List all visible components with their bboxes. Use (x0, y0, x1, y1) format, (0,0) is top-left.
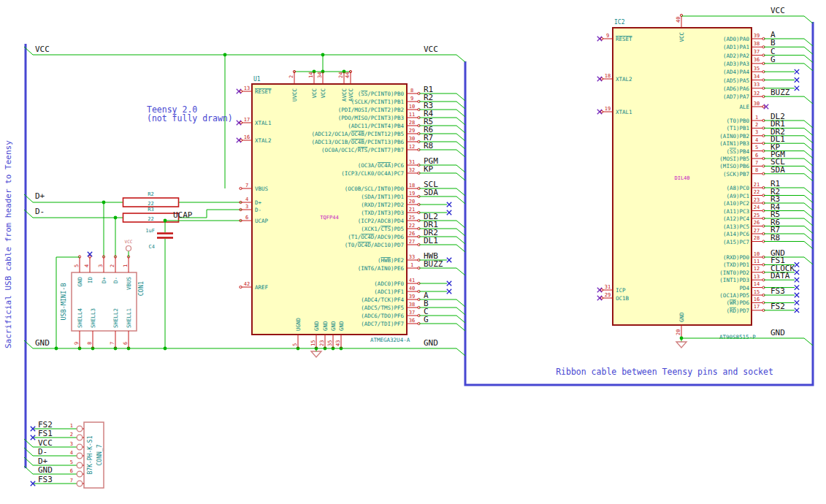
usb-connector-con1[interactable]: USB-MINI-BCON15GND4ID3D+2D-1VBUSVCC9SHEL… (56, 239, 145, 348)
bus-entry[interactable] (804, 338, 813, 345)
net-label[interactable]: BUZZ (770, 88, 790, 97)
net-label[interactable]: GND (770, 328, 785, 337)
resistor-r2[interactable]: R222 (123, 191, 179, 207)
net-label[interactable]: D- (38, 447, 47, 457)
value[interactable]: B7K-PH-K-S1 (87, 435, 93, 474)
net-label[interactable]: FS1 (38, 429, 53, 438)
net-label[interactable]: GND (424, 338, 438, 348)
value[interactable]: AT90S8515-P (719, 334, 756, 340)
net-label[interactable]: UCAP (173, 210, 193, 220)
value[interactable]: ATMEGA32U4-A (370, 337, 410, 343)
bus-entry[interactable] (456, 229, 465, 236)
pin-number: 31 (409, 159, 415, 165)
bus-entry[interactable] (456, 134, 465, 141)
bus-entry[interactable] (456, 93, 465, 101)
net-label[interactable]: VCC (35, 45, 50, 54)
bus-entry[interactable] (456, 316, 465, 323)
bus-entry[interactable] (804, 159, 813, 166)
bus-entry[interactable] (456, 102, 465, 109)
bus-entry[interactable] (804, 174, 813, 181)
pin-name: (A8)PC0 (726, 185, 749, 191)
ic-u1[interactable]: U1ATMEGA32U4-ATQFP4413RESET17XTAL116XTAL… (237, 70, 465, 348)
bus-entry[interactable] (456, 55, 465, 62)
bus-entry[interactable] (804, 211, 813, 218)
bus-entry[interactable] (456, 150, 465, 157)
gnd-net-right[interactable]: GND (676, 328, 813, 348)
bus-entry[interactable] (456, 237, 465, 244)
bus-entry[interactable] (804, 242, 813, 249)
bus-entry[interactable] (804, 151, 813, 159)
bus-entry[interactable] (24, 466, 33, 474)
ref-des[interactable]: CONN_7 (96, 444, 103, 465)
bus-entry[interactable] (804, 196, 813, 203)
ref-des[interactable]: IC2 (614, 19, 625, 26)
bus-entry[interactable] (456, 126, 465, 133)
net-label[interactable]: G (770, 55, 776, 64)
bus-entry[interactable] (456, 348, 465, 356)
bus-entry[interactable] (804, 257, 813, 264)
bus-entry[interactable] (456, 110, 465, 117)
pin-number: 35 (754, 66, 760, 72)
bus-entry[interactable] (456, 196, 465, 204)
ref-des[interactable]: CON1 (137, 281, 145, 296)
bus-entry[interactable] (804, 234, 813, 241)
net-label[interactable]: FS3 (38, 475, 53, 484)
net-label[interactable]: DATA (770, 271, 790, 280)
value[interactable]: USB-MINI-B (60, 283, 67, 320)
bus-entry[interactable] (804, 188, 813, 195)
bus-entry[interactable] (456, 268, 465, 275)
ic-ic2[interactable]: IC2AT90S8515-PDIL409RESET18XTAL219XTAL13… (597, 14, 813, 340)
net-label[interactable]: D- (35, 207, 45, 216)
bus-entry[interactable] (804, 128, 813, 135)
bus-entry[interactable] (456, 221, 465, 228)
net-label[interactable]: R8 (424, 141, 433, 150)
teensy-note-line2: (not fully drawn) (147, 114, 233, 123)
net-label[interactable]: GND (35, 338, 50, 348)
net-label[interactable]: BUZZ (424, 259, 443, 269)
net-label[interactable]: KP (424, 164, 434, 174)
bus-entry[interactable] (804, 166, 813, 173)
bus-entry[interactable] (456, 308, 465, 315)
net-label[interactable]: FS3 (770, 286, 785, 296)
net-label[interactable]: VCC (424, 45, 438, 54)
bus-entry[interactable] (804, 136, 813, 143)
ribbon-cable-note: Ribbon cable between Teensy pins and soc… (511, 367, 818, 376)
pin-number: 8 (410, 88, 413, 93)
bus-entry[interactable] (804, 47, 813, 54)
net-label[interactable]: R8 (770, 233, 780, 243)
net-label[interactable]: DL1 (424, 236, 438, 245)
bus-entry[interactable] (804, 64, 813, 71)
bus-entry[interactable] (804, 143, 813, 150)
net-label[interactable]: SDA (424, 188, 438, 197)
bus-entry[interactable] (804, 218, 813, 226)
net-label[interactable]: G (424, 315, 429, 324)
bus-entry[interactable] (456, 299, 465, 307)
bus-entry[interactable] (456, 118, 465, 125)
schematic-canvas[interactable]: VCCVCCD+D-R222R322UCAP1uFC4GNDGNDU1ATMEG… (0, 0, 826, 504)
ref-des[interactable]: U1 (253, 76, 261, 83)
bus-entry[interactable] (804, 96, 813, 104)
bus-entry[interactable] (804, 56, 813, 63)
pin-number: 10 (754, 251, 760, 257)
net-label[interactable]: SDA (770, 165, 785, 175)
net-label[interactable]: GND (38, 465, 53, 475)
resistor-r3[interactable]: R322 (123, 207, 179, 222)
vcc-net-right[interactable]: VCC (681, 6, 813, 23)
bus-entry[interactable] (456, 165, 465, 172)
net-label[interactable]: D+ (35, 191, 45, 201)
bus-entry[interactable] (456, 324, 465, 331)
bus-entry[interactable] (456, 188, 465, 196)
bus-entry[interactable] (804, 203, 813, 210)
bus-entry[interactable] (804, 16, 813, 23)
bus-entry[interactable] (804, 39, 813, 46)
bus-entry[interactable] (456, 173, 465, 180)
header-conn7[interactable]: B7K-PH-K-S1CONN_71FS22FS13VCC4D-5D+6GND7… (24, 420, 104, 489)
bus-entry[interactable] (456, 245, 465, 252)
net-label[interactable]: FS2 (770, 302, 785, 311)
bus-entry[interactable] (456, 142, 465, 149)
bus-entry[interactable] (804, 121, 813, 128)
pin-number: 9 (606, 33, 609, 39)
net-label[interactable]: VCC (770, 6, 785, 15)
capacitor-c4[interactable]: UCAP1uFC4 (145, 210, 242, 348)
bus-entry[interactable] (804, 226, 813, 234)
